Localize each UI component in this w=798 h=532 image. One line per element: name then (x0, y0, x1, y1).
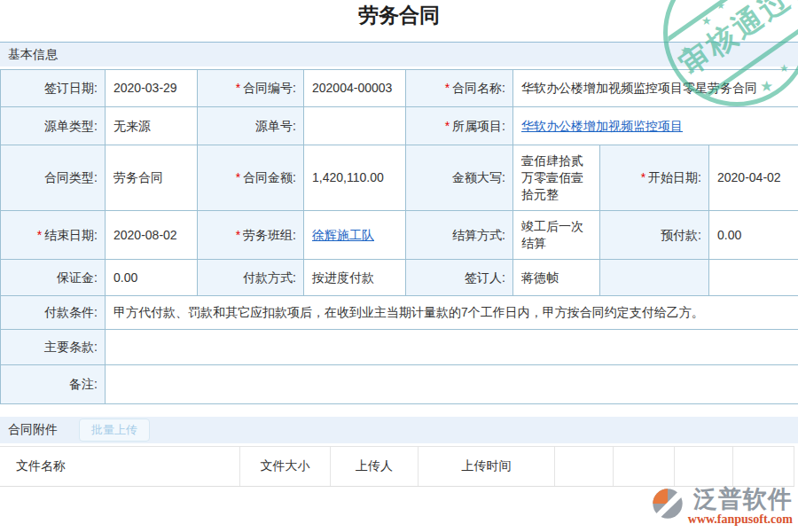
field-value-project: 华软办公楼增加视频监控项目 (513, 107, 798, 145)
field-label-end-date: *结束日期: (1, 211, 106, 260)
field-value-pay-condition: 甲方代付款、罚款和其它应扣款项后，在收到业主当期计量款的7个工作日内，甲方按合同… (106, 296, 798, 330)
attachments-table-header: 文件名称 文件大小 上传人 上传时间 (0, 446, 794, 487)
field-value-amount-caps: 壹佰肆拾贰万零壹佰壹拾元整 (513, 145, 600, 211)
project-link[interactable]: 华软办公楼增加视频监控项目 (521, 118, 683, 135)
field-value-sign-date: 2020-03-29 (106, 70, 198, 107)
field-value-settle-method: 竣工后一次结算 (513, 211, 600, 260)
field-label-contract-name: *合同名称: (406, 70, 513, 107)
attachments-col-empty (675, 447, 733, 486)
field-label-signer: 签订人: (406, 260, 513, 296)
field-value-empty (709, 260, 798, 296)
attachments-col-file-size: 文件大小 (240, 447, 331, 486)
field-label-amount: *合同金额: (198, 145, 304, 211)
field-label-pay-method: 付款方式: (198, 260, 304, 296)
field-label-contract-type: 合同类型: (1, 145, 106, 211)
batch-upload-button[interactable]: 批量上传 (79, 419, 150, 442)
field-label-deposit: 保证金: (1, 260, 106, 296)
field-label-main-terms: 主要条款: (1, 330, 106, 365)
vendor-logo: 泛普软件 www.fanpusoft.com (650, 486, 793, 526)
attachments-col-empty (733, 447, 794, 486)
fanpu-logo-icon (650, 486, 685, 521)
field-label-project: *所属项目: (406, 107, 513, 145)
required-asterisk: * (37, 227, 42, 244)
field-value-contract-type: 劳务合同 (106, 145, 198, 211)
labor-team-link[interactable]: 徐辉施工队 (312, 227, 374, 244)
attachments-col-uploader: 上传人 (331, 447, 419, 486)
field-value-main-terms (106, 330, 798, 365)
field-value-end-date: 2020-08-02 (106, 211, 198, 260)
field-label-pay-condition: 付款条件: (1, 296, 106, 330)
field-value-signer: 蒋德帧 (513, 260, 600, 296)
field-value-start-date: 2020-04-02 (709, 145, 798, 211)
section-basic-info-label: 基本信息 (8, 47, 58, 63)
field-label-amount-caps: 金额大写: (406, 145, 513, 211)
required-asterisk: * (236, 227, 240, 244)
required-asterisk: * (641, 169, 645, 186)
field-value-contract-no: 202004-00003 (304, 70, 406, 107)
field-label-sign-date: 签订日期: (1, 70, 106, 107)
field-value-remark (106, 365, 798, 404)
attachments-col-file-name: 文件名称 (0, 447, 240, 486)
required-asterisk: * (236, 80, 240, 97)
vendor-brand-name: 泛普软件 (693, 486, 793, 512)
field-label-remark: 备注: (1, 365, 106, 404)
field-value-amount: 1,420,110.00 (304, 145, 406, 211)
field-value-deposit: 0.00 (106, 260, 198, 296)
attachments-col-empty (614, 447, 675, 486)
field-value-advance-payment: 0.00 (709, 211, 798, 260)
field-label-advance-payment: 预付款: (600, 211, 709, 260)
field-label-settle-method: 结算方式: (406, 211, 513, 260)
attachments-col-empty (555, 447, 614, 486)
attachments-col-upload-time: 上传时间 (419, 447, 555, 486)
field-value-source-no (304, 107, 406, 145)
required-asterisk: * (236, 169, 240, 186)
field-value-pay-method: 按进度付款 (304, 260, 406, 296)
labor-contract-page: 劳务合同 基本信息 签订日期: 2020-03-29 *合同编号: 202004… (0, 0, 798, 532)
field-value-contract-name: 华软办公楼增加视频监控项目零星劳务合同 (513, 70, 798, 107)
section-attachments: 合同附件 批量上传 (0, 417, 798, 443)
field-label-empty (600, 260, 709, 296)
field-label-source-no: 源单号: (198, 107, 304, 145)
vendor-url: www.fanpusoft.com (688, 512, 793, 526)
contract-form-table: 签订日期: 2020-03-29 *合同编号: 202004-00003 *合同… (0, 69, 798, 404)
field-label-labor-team: *劳务班组: (198, 211, 304, 260)
required-asterisk: * (445, 80, 450, 97)
section-basic-info: 基本信息 (0, 42, 798, 66)
field-value-source-type: 无来源 (106, 107, 198, 145)
field-label-contract-no: *合同编号: (198, 70, 304, 107)
required-asterisk: * (445, 118, 450, 135)
section-attachments-label: 合同附件 (8, 422, 58, 438)
field-label-start-date: *开始日期: (600, 145, 709, 211)
field-label-source-type: 源单类型: (1, 107, 106, 145)
page-title: 劳务合同 (0, 0, 798, 28)
field-value-labor-team: 徐辉施工队 (304, 211, 406, 260)
